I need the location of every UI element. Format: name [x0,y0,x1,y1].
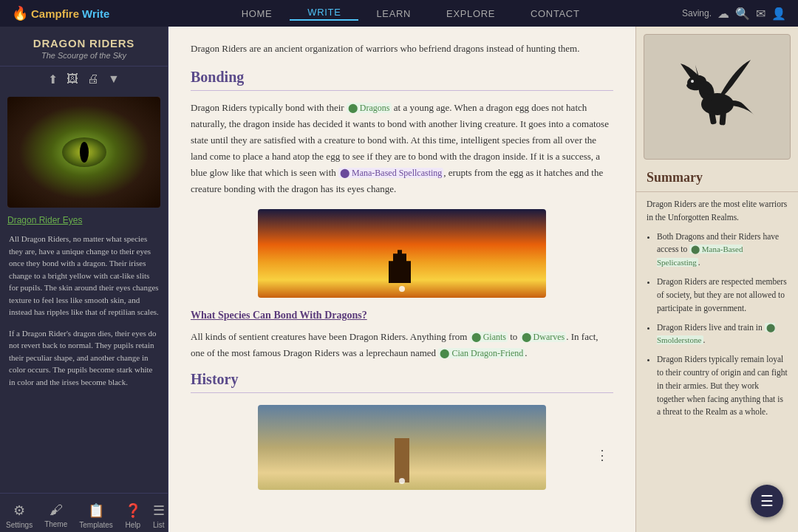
section-species-text: All kinds of sentient creatures have bee… [191,329,613,361]
nav-contact[interactable]: CONTACT [513,8,597,19]
summary-title: Summary [636,167,798,192]
templates-button[interactable]: 📋 Templates [73,499,119,532]
nav-right: Saving. ☁ 🔍 ✉ 👤 [682,7,786,21]
summary-intro: Dragon Riders are the most elite warrior… [647,198,788,225]
species-section-link[interactable]: What Species Can Bond With Dragons? [191,310,613,321]
flame-icon: 🔥 [12,5,28,21]
summary-bullet-1: Both Dragons and their Riders have acces… [657,231,788,270]
nav-write[interactable]: WRITE [290,7,358,21]
upload-icon[interactable]: ⬆ [48,72,58,86]
nav-learn[interactable]: LEARN [358,8,429,19]
section-history-heading: History [191,371,613,393]
image-icon[interactable]: 🖼 [66,72,78,86]
nav-links: HOME WRITE LEARN EXPLORE CONTACT [139,7,682,21]
list-icon: ☰ [153,502,165,519]
summary-bullet-4: Dragon Riders typically remain loyal to … [657,353,788,419]
help-icon: ❓ [125,502,141,519]
mana-summary-link[interactable]: ⬤ Mana-Based Spelicasting [657,245,743,267]
warrior-image [258,405,546,490]
more-options-button[interactable]: ⋮ [596,447,609,463]
sunset-image [258,209,546,298]
dwarves-link[interactable]: ⬤ Dwarves [520,332,567,342]
castle-silhouette [380,246,424,283]
help-button[interactable]: ❓ Help [119,499,147,532]
nav-explore[interactable]: EXPLORE [429,8,513,19]
cloud-icon[interactable]: ☁ [717,7,729,21]
eye-pupil [80,142,89,163]
sidebar-bottom-bar: ⚙ Settings 🖌 Theme 📋 Templates ❓ Help ☰ … [0,493,168,532]
search-icon[interactable]: 🔍 [735,7,750,21]
dragon-image [644,34,791,160]
mana-link[interactable]: ⬤ Mana-Based Spellcasting [338,168,443,178]
sidebar-header: DRAGON RIDERS The Scourge of the Sky [0,27,168,66]
logo[interactable]: 🔥 Campfire Write [12,5,109,21]
user-icon[interactable]: 👤 [771,7,786,21]
dragons-link[interactable]: ⬤ Dragons [347,103,392,113]
section-bonding-heading: Bonding [191,69,613,91]
saving-label: Saving. [682,8,712,18]
svg-rect-5 [719,112,726,126]
theme-button[interactable]: 🖌 Theme [38,499,73,532]
list-button[interactable]: ☰ List [147,499,168,532]
sidebar-body-text: All Dragon Riders, no matter what specie… [0,228,168,323]
warrior-bg [258,405,546,490]
sidebar-image [7,97,160,208]
warrior-figure [395,438,409,482]
settings-button[interactable]: ⚙ Settings [0,499,38,532]
cian-link[interactable]: ⬤ Cian Dragon-Friend [438,348,525,358]
templates-label: Templates [79,521,113,529]
sidebar-subtitle: The Scourge of the Sky [7,51,160,60]
dragon-silhouette [673,52,762,141]
print-icon[interactable]: 🖨 [87,72,99,86]
content-intro: Dragon Riders are an ancient organizatio… [191,41,613,57]
settings-label: Settings [6,521,33,529]
sidebar: DRAGON RIDERS The Scourge of the Sky ⬆ 🖼… [0,27,168,532]
main-content: Dragon Riders are an ancient organizatio… [168,27,635,532]
nav-home[interactable]: HOME [224,8,290,19]
eye-visual [7,97,160,208]
logo-campfire: Campfire [31,7,79,20]
summary-content: Dragon Riders are the most elite warrior… [636,192,798,431]
summary-bullet-3: Dragon Riders live and train in ⬤ Smolde… [657,321,788,348]
sidebar-body-text2: If a Dragon Rider's dragon dies, their e… [0,323,168,393]
templates-icon: 📋 [88,502,104,519]
image-dot-indicator2 [399,478,405,484]
filter-icon[interactable]: ▼ [108,72,120,86]
right-panel: Summary Dragon Riders are the most elite… [635,27,798,532]
smolderstone-link[interactable]: ⬤ Smolderstone [657,323,775,345]
theme-label: Theme [44,520,67,528]
summary-bullet-2: Dragon Riders are respected members of s… [657,276,788,315]
logo-write: Write [82,7,109,20]
sunset-bg [258,209,546,298]
help-label: Help [126,521,141,529]
section-bonding-text: Dragon Riders typically bond with their … [191,100,613,198]
giants-link[interactable]: ⬤ Giants [470,332,508,342]
warrior-image-container: ⋮ [191,405,613,490]
image-dot-indicator [399,286,405,292]
list-label: List [153,521,165,529]
sidebar-title: DRAGON RIDERS [7,37,160,50]
sunset-image-container [191,209,613,298]
eye-iris [62,137,106,167]
theme-icon: 🖌 [50,502,63,518]
floating-menu-button[interactable]: ☰ [751,485,783,517]
main-layout: DRAGON RIDERS The Scourge of the Sky ⬆ 🖼… [0,27,798,532]
sidebar-tools: ⬆ 🖼 🖨 ▼ [0,66,168,92]
summary-bullets: Both Dragons and their Riders have acces… [647,231,788,420]
image-label[interactable]: Dragon Rider Eyes [0,212,168,228]
svg-point-6 [691,80,694,83]
top-navigation: 🔥 Campfire Write HOME WRITE LEARN EXPLOR… [0,0,798,27]
mail-icon[interactable]: ✉ [756,7,765,21]
settings-icon: ⚙ [13,502,25,519]
